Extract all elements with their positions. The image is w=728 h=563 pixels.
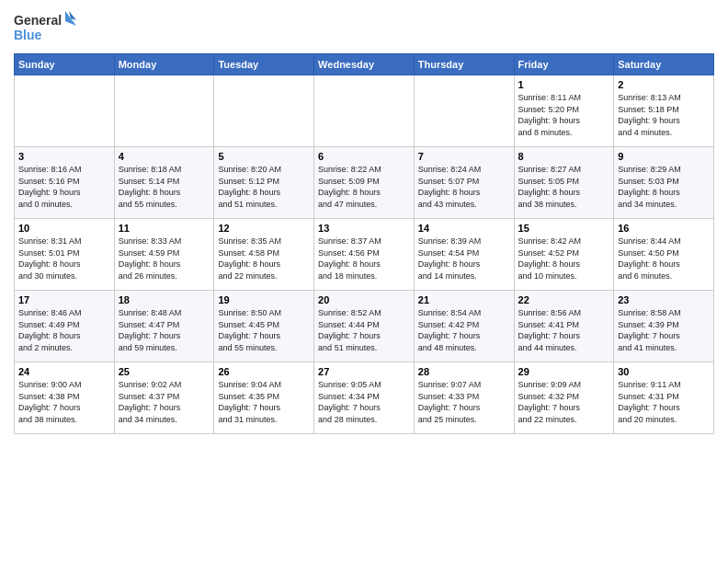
day-info: Sunrise: 8:16 AM Sunset: 5:16 PM Dayligh… bbox=[18, 164, 110, 210]
day-number: 7 bbox=[418, 151, 510, 162]
calendar-cell: 8Sunrise: 8:27 AM Sunset: 5:05 PM Daylig… bbox=[514, 147, 614, 219]
day-info: Sunrise: 9:09 AM Sunset: 4:32 PM Dayligh… bbox=[518, 379, 610, 425]
day-info: Sunrise: 8:24 AM Sunset: 5:07 PM Dayligh… bbox=[418, 164, 510, 210]
calendar-cell bbox=[414, 75, 514, 147]
day-number: 4 bbox=[119, 151, 210, 162]
calendar-cell: 12Sunrise: 8:35 AM Sunset: 4:58 PM Dayli… bbox=[214, 219, 314, 291]
week-row-5: 24Sunrise: 9:00 AM Sunset: 4:38 PM Dayli… bbox=[15, 362, 714, 434]
calendar-cell: 28Sunrise: 9:07 AM Sunset: 4:33 PM Dayli… bbox=[414, 362, 514, 434]
week-row-2: 3Sunrise: 8:16 AM Sunset: 5:16 PM Daylig… bbox=[15, 147, 714, 219]
weekday-header-sunday: Sunday bbox=[15, 54, 115, 75]
day-number: 27 bbox=[318, 366, 410, 377]
calendar-cell: 4Sunrise: 8:18 AM Sunset: 5:14 PM Daylig… bbox=[114, 147, 214, 219]
calendar-cell: 1Sunrise: 8:11 AM Sunset: 5:20 PM Daylig… bbox=[514, 75, 614, 147]
day-info: Sunrise: 8:29 AM Sunset: 5:03 PM Dayligh… bbox=[618, 164, 710, 210]
calendar-cell: 17Sunrise: 8:46 AM Sunset: 4:49 PM Dayli… bbox=[15, 291, 115, 362]
day-number: 30 bbox=[618, 366, 710, 377]
calendar-cell: 5Sunrise: 8:20 AM Sunset: 5:12 PM Daylig… bbox=[214, 147, 314, 219]
day-number: 29 bbox=[518, 366, 610, 377]
day-number: 12 bbox=[218, 223, 310, 234]
day-info: Sunrise: 8:18 AM Sunset: 5:14 PM Dayligh… bbox=[119, 164, 210, 210]
calendar-cell: 15Sunrise: 8:42 AM Sunset: 4:52 PM Dayli… bbox=[514, 219, 614, 291]
calendar-table: SundayMondayTuesdayWednesdayThursdayFrid… bbox=[14, 53, 714, 434]
day-number: 5 bbox=[218, 151, 310, 162]
day-info: Sunrise: 8:31 AM Sunset: 5:01 PM Dayligh… bbox=[18, 236, 110, 282]
day-number: 11 bbox=[119, 223, 210, 234]
calendar-cell: 9Sunrise: 8:29 AM Sunset: 5:03 PM Daylig… bbox=[614, 147, 714, 219]
weekday-header-friday: Friday bbox=[514, 54, 614, 75]
weekday-header-row: SundayMondayTuesdayWednesdayThursdayFrid… bbox=[15, 54, 714, 75]
calendar-cell: 13Sunrise: 8:37 AM Sunset: 4:56 PM Dayli… bbox=[314, 219, 415, 291]
day-number: 18 bbox=[119, 294, 210, 305]
day-info: Sunrise: 9:07 AM Sunset: 4:33 PM Dayligh… bbox=[418, 379, 510, 425]
day-info: Sunrise: 8:35 AM Sunset: 4:58 PM Dayligh… bbox=[218, 236, 310, 282]
day-number: 25 bbox=[119, 366, 210, 377]
day-number: 15 bbox=[518, 223, 610, 234]
day-number: 26 bbox=[218, 366, 310, 377]
day-info: Sunrise: 8:42 AM Sunset: 4:52 PM Dayligh… bbox=[518, 236, 610, 282]
calendar-cell: 27Sunrise: 9:05 AM Sunset: 4:34 PM Dayli… bbox=[314, 362, 415, 434]
day-number: 8 bbox=[518, 151, 610, 162]
calendar-cell: 2Sunrise: 8:13 AM Sunset: 5:18 PM Daylig… bbox=[614, 75, 714, 147]
day-info: Sunrise: 8:33 AM Sunset: 4:59 PM Dayligh… bbox=[119, 236, 210, 282]
svg-text:Blue: Blue bbox=[14, 28, 42, 42]
day-number: 21 bbox=[418, 294, 510, 305]
calendar-cell: 19Sunrise: 8:50 AM Sunset: 4:45 PM Dayli… bbox=[214, 291, 314, 362]
weekday-header-tuesday: Tuesday bbox=[214, 54, 314, 75]
day-number: 10 bbox=[18, 223, 110, 234]
week-row-4: 17Sunrise: 8:46 AM Sunset: 4:49 PM Dayli… bbox=[15, 291, 714, 362]
day-info: Sunrise: 8:22 AM Sunset: 5:09 PM Dayligh… bbox=[318, 164, 410, 210]
calendar-cell: 30Sunrise: 9:11 AM Sunset: 4:31 PM Dayli… bbox=[614, 362, 714, 434]
day-info: Sunrise: 8:54 AM Sunset: 4:42 PM Dayligh… bbox=[418, 307, 510, 353]
day-info: Sunrise: 8:11 AM Sunset: 5:20 PM Dayligh… bbox=[518, 92, 610, 138]
calendar-cell: 14Sunrise: 8:39 AM Sunset: 4:54 PM Dayli… bbox=[414, 219, 514, 291]
calendar-cell: 22Sunrise: 8:56 AM Sunset: 4:41 PM Dayli… bbox=[514, 291, 614, 362]
day-info: Sunrise: 8:37 AM Sunset: 4:56 PM Dayligh… bbox=[318, 236, 410, 282]
day-number: 3 bbox=[18, 151, 110, 162]
calendar-cell bbox=[314, 75, 415, 147]
day-info: Sunrise: 8:13 AM Sunset: 5:18 PM Dayligh… bbox=[618, 92, 710, 138]
week-row-3: 10Sunrise: 8:31 AM Sunset: 5:01 PM Dayli… bbox=[15, 219, 714, 291]
logo: General Blue bbox=[14, 9, 78, 46]
calendar-cell: 21Sunrise: 8:54 AM Sunset: 4:42 PM Dayli… bbox=[414, 291, 514, 362]
day-number: 24 bbox=[18, 366, 110, 377]
day-info: Sunrise: 8:52 AM Sunset: 4:44 PM Dayligh… bbox=[318, 307, 410, 353]
calendar-cell: 11Sunrise: 8:33 AM Sunset: 4:59 PM Dayli… bbox=[114, 219, 214, 291]
day-info: Sunrise: 9:04 AM Sunset: 4:35 PM Dayligh… bbox=[218, 379, 310, 425]
day-info: Sunrise: 9:05 AM Sunset: 4:34 PM Dayligh… bbox=[318, 379, 410, 425]
page-container: General Blue SundayMondayTuesdayWednesda… bbox=[0, 0, 728, 443]
day-number: 14 bbox=[418, 223, 510, 234]
calendar-cell: 23Sunrise: 8:58 AM Sunset: 4:39 PM Dayli… bbox=[614, 291, 714, 362]
svg-text:General: General bbox=[14, 13, 62, 28]
day-info: Sunrise: 8:58 AM Sunset: 4:39 PM Dayligh… bbox=[618, 307, 710, 353]
day-info: Sunrise: 8:27 AM Sunset: 5:05 PM Dayligh… bbox=[518, 164, 610, 210]
calendar-cell: 10Sunrise: 8:31 AM Sunset: 5:01 PM Dayli… bbox=[15, 219, 115, 291]
day-number: 2 bbox=[618, 79, 710, 90]
day-number: 28 bbox=[418, 366, 510, 377]
weekday-header-wednesday: Wednesday bbox=[314, 54, 415, 75]
day-info: Sunrise: 8:50 AM Sunset: 4:45 PM Dayligh… bbox=[218, 307, 310, 353]
logo-svg: General Blue bbox=[14, 9, 78, 46]
day-number: 9 bbox=[618, 151, 710, 162]
day-info: Sunrise: 9:11 AM Sunset: 4:31 PM Dayligh… bbox=[618, 379, 710, 425]
day-number: 23 bbox=[618, 294, 710, 305]
day-number: 6 bbox=[318, 151, 410, 162]
day-number: 20 bbox=[318, 294, 410, 305]
calendar-cell bbox=[214, 75, 314, 147]
day-info: Sunrise: 9:02 AM Sunset: 4:37 PM Dayligh… bbox=[119, 379, 210, 425]
calendar-cell: 24Sunrise: 9:00 AM Sunset: 4:38 PM Dayli… bbox=[15, 362, 115, 434]
calendar-cell: 29Sunrise: 9:09 AM Sunset: 4:32 PM Dayli… bbox=[514, 362, 614, 434]
weekday-header-thursday: Thursday bbox=[414, 54, 514, 75]
day-number: 13 bbox=[318, 223, 410, 234]
day-number: 1 bbox=[518, 79, 610, 90]
day-info: Sunrise: 8:44 AM Sunset: 4:50 PM Dayligh… bbox=[618, 236, 710, 282]
calendar-cell: 25Sunrise: 9:02 AM Sunset: 4:37 PM Dayli… bbox=[114, 362, 214, 434]
day-info: Sunrise: 8:56 AM Sunset: 4:41 PM Dayligh… bbox=[518, 307, 610, 353]
week-row-1: 1Sunrise: 8:11 AM Sunset: 5:20 PM Daylig… bbox=[15, 75, 714, 147]
day-number: 17 bbox=[18, 294, 110, 305]
calendar-cell bbox=[114, 75, 214, 147]
day-number: 16 bbox=[618, 223, 710, 234]
day-info: Sunrise: 8:20 AM Sunset: 5:12 PM Dayligh… bbox=[218, 164, 310, 210]
day-info: Sunrise: 8:39 AM Sunset: 4:54 PM Dayligh… bbox=[418, 236, 510, 282]
day-info: Sunrise: 8:48 AM Sunset: 4:47 PM Dayligh… bbox=[119, 307, 210, 353]
